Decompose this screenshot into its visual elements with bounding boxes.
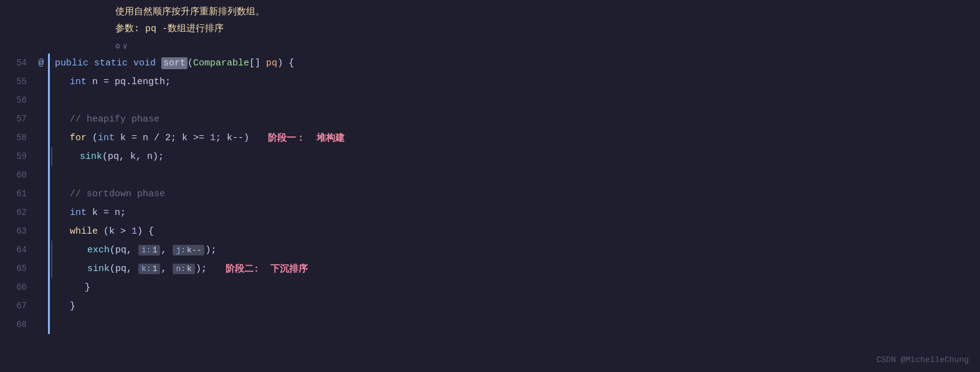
- at-icon: @: [38, 58, 44, 69]
- code-content-63: while (k > 1) {: [51, 226, 980, 237]
- code-line-58: 58 for (int k = n / 2; k >= 1; k--) 阶段一：…: [0, 128, 980, 147]
- code-line-68: 68: [0, 315, 980, 334]
- divider-icon: ⚙: [115, 41, 120, 51]
- badge-i: i:1: [138, 245, 160, 255]
- blue-bar-54: [48, 54, 50, 72]
- bracket: []: [249, 58, 266, 69]
- line-number-61: 61: [0, 189, 34, 199]
- comment-line-2: 参数: pq -数组进行排序: [115, 21, 980, 37]
- while-cond: (k >: [103, 226, 131, 237]
- close-brace-66: }: [85, 282, 90, 293]
- line-number-60: 60: [0, 170, 34, 180]
- close-brace-67: }: [70, 301, 75, 312]
- code-line-65: 65 sink(pq, k:1, n:k); 阶段二: 下沉排序: [0, 259, 980, 278]
- exch-close: );: [205, 245, 216, 255]
- for-body: k = n / 2; k >=: [120, 133, 210, 143]
- code-content-62: int k = n;: [51, 207, 980, 218]
- method-exch: exch: [87, 245, 110, 255]
- blue-bar-67: [48, 297, 50, 315]
- kw-for: for: [70, 133, 92, 143]
- kw-int: int: [70, 77, 92, 87]
- for-paren: (: [92, 133, 98, 143]
- vertical-bar-59: [51, 147, 52, 166]
- blue-bar-57: [48, 110, 50, 128]
- annotation-phase1: 阶段一： 堆构建: [268, 132, 345, 144]
- paren-open: (: [188, 58, 193, 69]
- code-line-60: 60: [0, 166, 980, 184]
- comment-sortdown: // sortdown phase: [70, 189, 165, 199]
- blue-bar-64: [48, 241, 50, 259]
- num-1: 1: [210, 133, 216, 143]
- num-1-63: 1: [131, 226, 137, 237]
- kw-static: static: [94, 58, 133, 69]
- while-brace: ) {: [137, 226, 154, 237]
- kw-int-62: int: [70, 207, 92, 218]
- blue-bar-59: [48, 147, 50, 166]
- sink-close-65: );: [196, 264, 207, 274]
- k-eq-n: k = n;: [92, 207, 126, 218]
- blue-bar-63: [48, 222, 50, 241]
- code-line-55: 55 int n = pq.length;: [0, 72, 980, 91]
- blue-bar-62: [48, 203, 50, 222]
- blue-bar-66: [48, 278, 50, 297]
- blue-bar-65: [48, 259, 50, 278]
- kw-public: public: [55, 58, 94, 69]
- badge-k: k:1: [138, 264, 160, 274]
- line-number-62: 62: [0, 207, 34, 217]
- param-pq: pq: [266, 58, 277, 69]
- code-line-57: 57 // heapify phase: [0, 110, 980, 128]
- line-number-68: 68: [0, 320, 34, 330]
- code-content-57: // heapify phase: [51, 114, 980, 125]
- line-number-54: 54: [0, 58, 34, 68]
- kw-int-58: int: [98, 133, 120, 143]
- watermark: CSDN @MichelleChung: [877, 355, 969, 365]
- line-number-56: 56: [0, 95, 34, 105]
- blue-bar-60: [48, 166, 50, 184]
- kw-while: while: [70, 226, 103, 237]
- code-content-55: int n = pq.length;: [51, 77, 980, 87]
- line-number-57: 57: [0, 114, 34, 124]
- code-content-64: exch(pq, i:1, j:k--);: [54, 245, 980, 255]
- comment-line-1: 使用自然顺序按升序重新排列数组。: [115, 4, 980, 21]
- chevron-down-icon: ∨: [123, 41, 128, 51]
- method-sink-65: sink: [87, 264, 110, 274]
- method-sort-highlight: sort: [161, 57, 188, 69]
- code-lines: 54 @ public static void sort(Comparable[…: [0, 54, 980, 334]
- line-number-64: 64: [0, 245, 34, 255]
- for-end: ; k--): [216, 133, 249, 143]
- code-content-67: }: [51, 301, 980, 312]
- code-content-66: }: [51, 282, 980, 293]
- code-line-67: 67 }: [0, 297, 980, 315]
- blue-bar-58: [48, 128, 50, 147]
- exch-paren: (pq,: [110, 245, 138, 255]
- code-line-56: 56: [0, 91, 980, 110]
- line-number-58: 58: [0, 133, 34, 143]
- line-number-66: 66: [0, 282, 34, 292]
- kw-void: void: [133, 58, 161, 69]
- annotation-phase2: 阶段二: 下沉排序: [226, 263, 308, 275]
- code-content-54: public static void sort(Comparable[] pq)…: [51, 57, 980, 69]
- code-content-65: sink(pq, k:1, n:k); 阶段二: 下沉排序: [54, 263, 980, 275]
- line-number-63: 63: [0, 226, 34, 236]
- sink-paren-65: (pq,: [110, 264, 138, 274]
- badge-n: n:k: [173, 264, 194, 274]
- code-line-63: 63 while (k > 1) {: [0, 222, 980, 241]
- blue-bar-61: [48, 184, 50, 203]
- code-line-66: 66 }: [0, 278, 980, 297]
- paren-close-brace: ) {: [277, 58, 294, 69]
- blue-bar-55: [48, 72, 50, 91]
- code-line-62: 62 int k = n;: [0, 203, 980, 222]
- badge-j: j:k--: [173, 245, 204, 255]
- line-number-65: 65: [0, 264, 34, 274]
- blue-bar-56: [48, 91, 50, 110]
- code-content-61: // sortdown phase: [51, 189, 980, 199]
- line-number-67: 67: [0, 301, 34, 311]
- divider-icon-row: ⚙ ∨: [0, 39, 980, 54]
- sink-args: (pq, k, n);: [102, 151, 164, 162]
- line-number-59: 59: [0, 151, 34, 161]
- code-content-59: sink(pq, k, n);: [54, 151, 980, 162]
- comma-64: ,: [161, 245, 172, 255]
- comment-heapify: // heapify phase: [70, 114, 159, 125]
- vertical-bar-65: [51, 259, 52, 278]
- code-line-61: 61 // sortdown phase: [0, 184, 980, 203]
